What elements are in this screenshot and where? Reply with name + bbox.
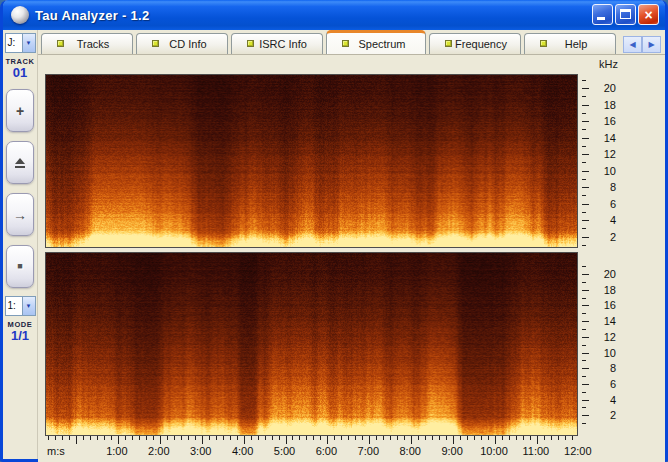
freq-tick-label: 8 bbox=[590, 181, 616, 193]
main-panel: TracksCD InfoISRC InfoSpectrumFrequencyH… bbox=[38, 30, 665, 459]
mode-select[interactable]: 1: ▼ bbox=[5, 296, 36, 316]
arrow-left-icon: ◀ bbox=[629, 41, 635, 49]
freq-minor-tick bbox=[582, 113, 586, 114]
freq-tick-label: 6 bbox=[590, 198, 616, 210]
mode-select-dropdown[interactable]: ▼ bbox=[22, 297, 35, 315]
freq-major-tick bbox=[582, 171, 589, 172]
frequency-axis-bottom: 2018161412108642 bbox=[580, 252, 628, 436]
spectrogram-right-channel bbox=[45, 252, 578, 436]
time-tick-label: 1:00 bbox=[106, 445, 127, 457]
add-track-button[interactable]: + bbox=[6, 89, 34, 132]
tab-help[interactable]: Help bbox=[524, 33, 616, 54]
freq-major-tick bbox=[582, 415, 589, 416]
next-button[interactable]: → bbox=[6, 193, 34, 236]
freq-minor-tick bbox=[582, 129, 586, 130]
time-tick-label: 5:00 bbox=[274, 445, 295, 457]
stop-icon: ■ bbox=[17, 262, 22, 271]
freq-major-tick bbox=[582, 154, 589, 155]
time-tick-label: 10:00 bbox=[480, 445, 508, 457]
tab-scroll-left-button[interactable]: ◀ bbox=[623, 36, 642, 53]
freq-minor-tick bbox=[582, 282, 586, 283]
drive-select[interactable]: J: ▼ bbox=[5, 33, 36, 53]
time-unit-label: m:s bbox=[47, 445, 65, 457]
freq-minor-tick bbox=[582, 345, 586, 346]
sidebar: J: ▼ TRACK 01 + → ■ 1: ▼ MODE bbox=[3, 30, 38, 459]
freq-major-tick bbox=[582, 384, 589, 385]
chevron-down-icon: ▼ bbox=[26, 303, 32, 309]
freq-tick-label: 6 bbox=[590, 378, 616, 390]
mode-value: 1/1 bbox=[11, 329, 29, 343]
minimize-icon bbox=[597, 17, 605, 20]
tab-spectrum[interactable]: Spectrum bbox=[326, 30, 426, 54]
close-button[interactable]: × bbox=[638, 4, 659, 25]
freq-major-tick bbox=[582, 274, 589, 275]
freq-major-tick bbox=[582, 237, 589, 238]
freq-major-tick bbox=[582, 105, 589, 106]
tab-led-icon bbox=[57, 40, 64, 47]
freq-major-tick bbox=[582, 321, 589, 322]
arrow-right-icon: → bbox=[13, 208, 27, 222]
freq-minor-tick bbox=[582, 80, 586, 81]
drive-select-value: J: bbox=[6, 34, 22, 52]
tab-led-icon bbox=[540, 40, 547, 47]
maximize-button[interactable] bbox=[615, 4, 636, 25]
freq-minor-tick bbox=[582, 376, 586, 377]
freq-minor-tick bbox=[582, 179, 586, 180]
tab-isrc-info[interactable]: ISRC Info bbox=[231, 33, 323, 54]
freq-minor-tick bbox=[582, 195, 586, 196]
freq-tick-label: 16 bbox=[590, 299, 616, 311]
tab-scroll-right-button[interactable]: ▶ bbox=[642, 36, 661, 53]
tab-label: Frequency bbox=[429, 38, 521, 50]
tab-led-icon bbox=[342, 40, 349, 47]
freq-tick-label: 14 bbox=[590, 315, 616, 327]
freq-minor-tick bbox=[582, 146, 586, 147]
eject-icon bbox=[15, 158, 25, 168]
freq-minor-tick bbox=[582, 245, 586, 246]
stop-button[interactable]: ■ bbox=[6, 245, 34, 288]
freq-minor-tick bbox=[582, 228, 586, 229]
freq-tick-label: 20 bbox=[590, 82, 616, 94]
drive-select-dropdown[interactable]: ▼ bbox=[22, 34, 35, 52]
freq-tick-label: 20 bbox=[590, 268, 616, 280]
freq-tick-label: 14 bbox=[590, 132, 616, 144]
tab-frequency[interactable]: Frequency bbox=[429, 33, 521, 54]
time-tick-label: 9:00 bbox=[441, 445, 462, 457]
time-axis-ticks bbox=[46, 436, 579, 445]
freq-minor-tick bbox=[582, 212, 586, 213]
freq-tick-label: 18 bbox=[590, 284, 616, 296]
eject-button[interactable] bbox=[6, 141, 34, 184]
freq-minor-tick bbox=[582, 423, 586, 424]
app-window: Tau Analyzer - 1.2 × J: ▼ TRACK 01 + → bbox=[0, 0, 668, 462]
freq-minor-tick bbox=[582, 329, 586, 330]
time-tick-label: 4:00 bbox=[232, 445, 253, 457]
freq-tick-label: 4 bbox=[590, 394, 616, 406]
freq-minor-tick bbox=[582, 360, 586, 361]
mode-select-value: 1: bbox=[6, 297, 22, 315]
frequency-axis-top: 2018161412108642 bbox=[580, 74, 628, 248]
freq-major-tick bbox=[582, 305, 589, 306]
tab-cd-info[interactable]: CD Info bbox=[136, 33, 228, 54]
freq-tick-label: 8 bbox=[590, 362, 616, 374]
spectrum-page: kHz 2018161412108642 2018161412108642 m:… bbox=[38, 54, 665, 462]
freq-major-tick bbox=[582, 400, 589, 401]
frequency-unit-label: kHz bbox=[580, 57, 628, 74]
minimize-button[interactable] bbox=[592, 4, 613, 25]
freq-minor-tick bbox=[582, 96, 586, 97]
freq-tick-label: 18 bbox=[590, 99, 616, 111]
tab-tracks[interactable]: Tracks bbox=[41, 33, 133, 54]
freq-tick-label: 12 bbox=[590, 331, 616, 343]
arrow-right-icon: ▶ bbox=[648, 41, 654, 49]
spectrogram-left-channel bbox=[45, 74, 578, 248]
time-tick-label: 12:00 bbox=[564, 445, 592, 457]
freq-minor-tick bbox=[582, 266, 586, 267]
tab-scroll-buttons: ◀ ▶ bbox=[623, 36, 661, 53]
window-controls: × bbox=[592, 4, 659, 25]
freq-major-tick bbox=[582, 138, 589, 139]
window-title: Tau Analyzer - 1.2 bbox=[35, 8, 150, 23]
freq-minor-tick bbox=[582, 313, 586, 314]
mode-group: 1: ▼ MODE 1/1 bbox=[5, 296, 36, 343]
freq-minor-tick bbox=[582, 298, 586, 299]
freq-minor-tick bbox=[582, 392, 586, 393]
freq-major-tick bbox=[582, 368, 589, 369]
plus-icon: + bbox=[16, 104, 24, 118]
